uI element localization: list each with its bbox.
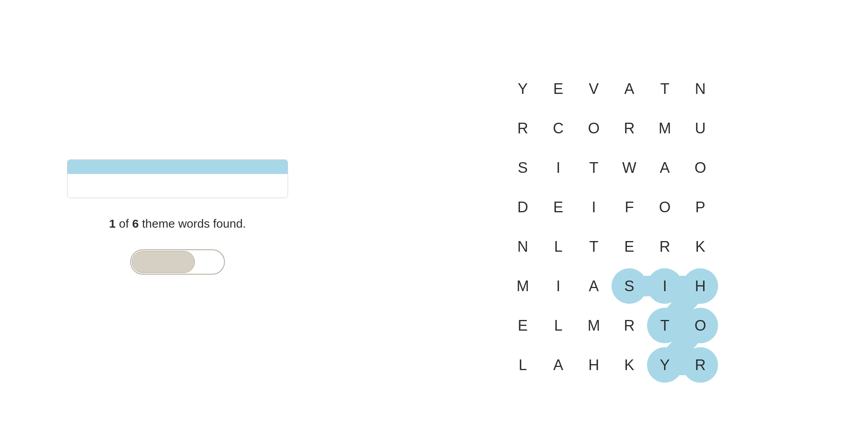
grid-cell-0-5[interactable]: N: [683, 71, 718, 107]
grid-cell-7-5[interactable]: R: [683, 347, 718, 383]
grid-cell-6-3[interactable]: R: [612, 308, 647, 343]
grid-cell-3-3[interactable]: F: [612, 189, 647, 225]
grid-cell-5-3[interactable]: S: [612, 268, 647, 304]
grid-cell-4-3[interactable]: E: [612, 229, 647, 264]
grid-cell-1-5[interactable]: U: [683, 110, 718, 146]
grid-cell-6-2[interactable]: M: [576, 308, 612, 343]
grid-cell-7-4[interactable]: Y: [647, 347, 683, 383]
found-total: 6: [132, 217, 139, 230]
grid-cell-6-1[interactable]: L: [541, 308, 576, 343]
grid-cell-2-1[interactable]: I: [541, 150, 576, 185]
grid-cell-4-4[interactable]: R: [647, 229, 683, 264]
grid-cell-3-0[interactable]: D: [505, 189, 541, 225]
theme-card-header: [67, 160, 288, 174]
grid-cell-2-0[interactable]: S: [505, 150, 541, 185]
grid-cell-1-1[interactable]: C: [541, 110, 576, 146]
grid-cell-7-1[interactable]: A: [541, 347, 576, 383]
grid-cell-2-3[interactable]: W: [612, 150, 647, 185]
grid-cell-6-4[interactable]: T: [647, 308, 683, 343]
grid-cell-2-4[interactable]: A: [647, 150, 683, 185]
grid-cell-0-1[interactable]: E: [541, 71, 576, 107]
theme-card-body: [67, 174, 288, 198]
grid-cell-7-2[interactable]: H: [576, 347, 612, 383]
found-text: 1 of 6 theme words found.: [109, 217, 246, 230]
grid-cell-0-4[interactable]: T: [647, 71, 683, 107]
right-panel: YEVATNRCORMUSITWAODEIFOPNLTERKMIASIHELMR…: [355, 0, 868, 434]
theme-card: [67, 159, 288, 198]
grid-cell-4-2[interactable]: T: [576, 229, 612, 264]
word-grid[interactable]: YEVATNRCORMUSITWAODEIFOPNLTERKMIASIHELMR…: [505, 71, 718, 383]
grid-cell-3-5[interactable]: P: [683, 189, 718, 225]
grid-cell-0-3[interactable]: A: [612, 71, 647, 107]
left-panel: 1 of 6 theme words found.: [0, 0, 355, 434]
grid-cell-1-3[interactable]: R: [612, 110, 647, 146]
grid-cell-1-2[interactable]: O: [576, 110, 612, 146]
grid-cell-4-0[interactable]: N: [505, 229, 541, 264]
grid-cell-7-0[interactable]: L: [505, 347, 541, 383]
grid-cell-2-2[interactable]: T: [576, 150, 612, 185]
grid-cell-5-1[interactable]: I: [541, 268, 576, 304]
grid-cell-0-2[interactable]: V: [576, 71, 612, 107]
grid-cell-3-4[interactable]: O: [647, 189, 683, 225]
hint-toggle[interactable]: [130, 249, 225, 275]
grid-cell-5-4[interactable]: I: [647, 268, 683, 304]
found-count: 1: [109, 217, 116, 230]
grid-cell-5-2[interactable]: A: [576, 268, 612, 304]
grid-cell-0-0[interactable]: Y: [505, 71, 541, 107]
grid-cell-6-5[interactable]: O: [683, 308, 718, 343]
grid-cell-2-5[interactable]: O: [683, 150, 718, 185]
grid-cell-3-2[interactable]: I: [576, 189, 612, 225]
grid-cell-7-3[interactable]: K: [612, 347, 647, 383]
grid-cell-1-0[interactable]: R: [505, 110, 541, 146]
grid-cell-6-0[interactable]: E: [505, 308, 541, 343]
grid-cell-4-5[interactable]: K: [683, 229, 718, 264]
grid-cell-5-0[interactable]: M: [505, 268, 541, 304]
grid-cell-5-5[interactable]: H: [683, 268, 718, 304]
grid-cell-4-1[interactable]: L: [541, 229, 576, 264]
grid-cell-1-4[interactable]: M: [647, 110, 683, 146]
hint-knob: [132, 251, 195, 273]
grid-cell-3-1[interactable]: E: [541, 189, 576, 225]
